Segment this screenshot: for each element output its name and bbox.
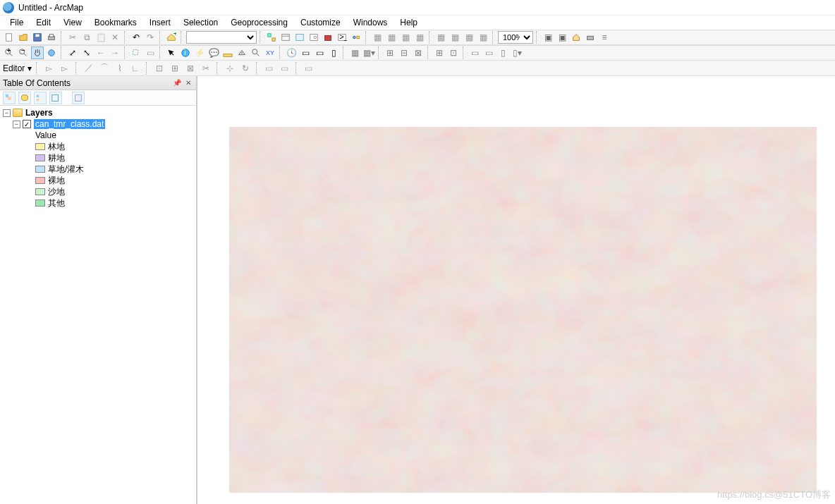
effects-icon[interactable]: ▦ bbox=[348, 47, 361, 59]
collapse-icon[interactable]: − bbox=[13, 121, 20, 128]
menu-customize[interactable]: Customize bbox=[295, 16, 346, 29]
reshape-icon[interactable]: ⊠ bbox=[184, 62, 197, 75]
arc-segment-icon[interactable]: ⌒ bbox=[98, 62, 111, 75]
rotate-icon[interactable]: ↻ bbox=[239, 62, 252, 75]
pan-icon[interactable] bbox=[31, 47, 44, 59]
clear-selection-icon[interactable]: ▭ bbox=[144, 47, 157, 59]
layout-groupB-3[interactable]: ▦ bbox=[463, 31, 475, 44]
georeferencing-4-icon[interactable]: ⊞ bbox=[433, 47, 446, 59]
misc-2-icon[interactable]: ▭ bbox=[482, 47, 495, 59]
hyperlink-icon[interactable]: ⚡ bbox=[193, 47, 206, 59]
forward-extent-icon[interactable]: → bbox=[109, 47, 121, 59]
measure-icon[interactable] bbox=[221, 47, 234, 59]
scale-combo[interactable] bbox=[186, 31, 257, 44]
viewer3-icon[interactable]: ▯ bbox=[327, 47, 340, 59]
menu-help[interactable]: Help bbox=[394, 16, 423, 29]
attributes-icon[interactable]: ▭ bbox=[263, 62, 276, 75]
straight-segment-icon[interactable]: ／ bbox=[83, 62, 95, 75]
georeferencing-2-icon[interactable]: ⊟ bbox=[398, 47, 410, 59]
sketch-properties-icon[interactable]: ▭ bbox=[279, 62, 291, 75]
back-extent-icon[interactable]: ← bbox=[95, 47, 107, 59]
copy-button[interactable]: ⧉ bbox=[80, 31, 93, 44]
paste-button[interactable]: 📋 bbox=[95, 31, 107, 44]
lock-icon[interactable]: ≡ bbox=[598, 31, 611, 44]
fixed-zoom-out-icon[interactable]: ⤡ bbox=[80, 47, 93, 59]
create-features-icon[interactable]: ▭ bbox=[303, 62, 315, 75]
menu-file[interactable]: File bbox=[4, 16, 29, 29]
zoom-combo[interactable]: 100% bbox=[498, 31, 533, 44]
edit-tool-icon[interactable]: ▻ bbox=[43, 62, 56, 75]
misc-4-icon[interactable]: ▯▾ bbox=[511, 47, 523, 59]
undo-button[interactable]: ↶ bbox=[130, 31, 142, 44]
redo-button[interactable]: ↷ bbox=[144, 31, 157, 44]
misc-1-icon[interactable]: ▭ bbox=[468, 47, 481, 59]
search-window-button[interactable] bbox=[307, 31, 320, 44]
delete-button[interactable]: ✕ bbox=[109, 31, 121, 44]
cut-polygons-icon[interactable]: ✂ bbox=[200, 62, 212, 75]
find-icon[interactable] bbox=[236, 47, 248, 59]
time-slider-icon[interactable]: 🕓 bbox=[285, 47, 298, 59]
select-features-icon[interactable] bbox=[130, 47, 142, 59]
layout-groupA-1[interactable]: ▦ bbox=[371, 31, 384, 44]
layout-groupA-3[interactable]: ▦ bbox=[399, 31, 412, 44]
trace-icon[interactable]: ⌇ bbox=[114, 62, 126, 75]
viewer2-icon[interactable]: ▭ bbox=[313, 47, 326, 59]
list-by-selection-icon[interactable] bbox=[49, 92, 62, 104]
zoom-out-icon[interactable]: − bbox=[17, 47, 30, 59]
full-extent-icon[interactable] bbox=[45, 47, 58, 59]
collapse-icon[interactable]: − bbox=[3, 109, 11, 117]
fixed-zoom-in-icon[interactable]: ⤢ bbox=[66, 47, 79, 59]
layout-groupB-2[interactable]: ▦ bbox=[449, 31, 461, 44]
catalog-button[interactable] bbox=[293, 31, 306, 44]
edit-annotation-icon[interactable]: ▻ bbox=[59, 62, 71, 75]
refresh-icon[interactable]: ▣ bbox=[556, 31, 568, 44]
menu-geoprocessing[interactable]: Geoprocessing bbox=[225, 16, 293, 29]
list-by-source-icon[interactable] bbox=[18, 92, 31, 104]
toc-button[interactable] bbox=[279, 31, 292, 44]
edit-vertices-icon[interactable]: ⊞ bbox=[169, 62, 181, 75]
menu-windows[interactable]: Windows bbox=[348, 16, 394, 29]
layout-groupB-1[interactable]: ▦ bbox=[434, 31, 447, 44]
menu-view[interactable]: View bbox=[58, 16, 87, 29]
misc-3-icon[interactable]: ▯ bbox=[496, 47, 509, 59]
layer-name[interactable]: can_tmr_class.dat bbox=[34, 119, 105, 129]
menu-bookmarks[interactable]: Bookmarks bbox=[89, 16, 142, 29]
pin-icon[interactable]: 📌 bbox=[172, 78, 182, 88]
select-elements-icon[interactable] bbox=[165, 47, 178, 59]
options-icon[interactable] bbox=[72, 92, 85, 104]
layers-root[interactable]: Layers bbox=[25, 108, 53, 118]
georeferencing-1-icon[interactable]: ⊞ bbox=[384, 47, 396, 59]
html-popup-icon[interactable]: 💬 bbox=[207, 47, 220, 59]
map-view[interactable] bbox=[197, 76, 835, 504]
close-icon[interactable]: ✕ bbox=[183, 78, 193, 88]
list-by-visibility-icon[interactable] bbox=[34, 92, 47, 104]
identify-icon[interactable]: i bbox=[179, 47, 192, 59]
save-button[interactable] bbox=[31, 31, 44, 44]
home-icon[interactable] bbox=[570, 31, 583, 44]
list-by-drawing-order-icon[interactable] bbox=[3, 92, 16, 104]
go-to-xy-icon[interactable]: XY bbox=[264, 47, 276, 59]
layout-groupA-2[interactable]: ▦ bbox=[385, 31, 398, 44]
print-layout-icon[interactable] bbox=[584, 31, 597, 44]
menu-insert[interactable]: Insert bbox=[144, 16, 176, 29]
georeferencing-5-icon[interactable]: ⊡ bbox=[447, 47, 460, 59]
toc-tree[interactable]: − Layers − ✓ can_tmr_class.dat Value 林地耕… bbox=[0, 106, 196, 504]
georeferencing-3-icon[interactable]: ⊠ bbox=[412, 47, 425, 59]
point-icon[interactable]: ⊡ bbox=[153, 62, 166, 75]
data-driven-pages-icon[interactable]: ▣ bbox=[542, 31, 554, 44]
editor-toolbar-icon[interactable] bbox=[265, 31, 278, 44]
menu-selection[interactable]: Selection bbox=[178, 16, 224, 29]
menu-edit[interactable]: Edit bbox=[30, 16, 56, 29]
python-window-button[interactable]: >_ bbox=[336, 31, 348, 44]
editor-menu[interactable]: Editor ▾ bbox=[3, 63, 32, 73]
open-button[interactable] bbox=[17, 31, 30, 44]
create-viewer-icon[interactable]: ▭ bbox=[299, 47, 312, 59]
arc-toolbox-button[interactable] bbox=[322, 31, 334, 44]
add-data-button[interactable]: + bbox=[165, 31, 178, 44]
model-builder-button[interactable] bbox=[350, 31, 362, 44]
effects2-icon[interactable]: ▦▾ bbox=[362, 47, 375, 59]
layer-visibility-checkbox[interactable]: ✓ bbox=[23, 120, 31, 128]
new-button[interactable] bbox=[3, 31, 16, 44]
layout-groupB-4[interactable]: ▦ bbox=[477, 31, 489, 44]
print-button[interactable] bbox=[45, 31, 58, 44]
